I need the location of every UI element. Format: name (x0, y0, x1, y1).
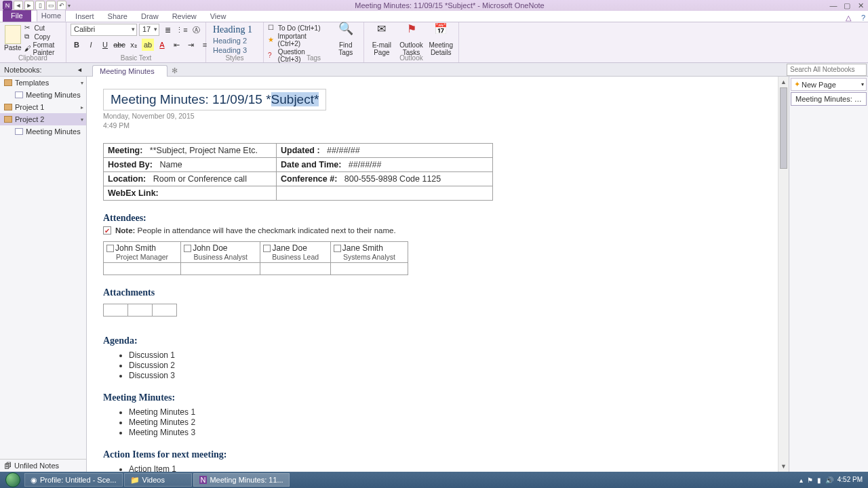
page-title[interactable]: Meeting Minutes: 11/09/15 *Subject* (111, 92, 319, 107)
page-canvas[interactable]: Meeting Minutes: 11/09/15 *Subject* Mond… (87, 77, 789, 472)
tab-home[interactable]: Home (37, 9, 66, 22)
minimize-ribbon-button[interactable]: △ (844, 14, 853, 22)
clock[interactable]: 4:52 PM (837, 476, 863, 483)
tray-sound-icon[interactable]: 🔊 (825, 476, 833, 484)
page-item[interactable]: Meeting Minutes (0, 125, 86, 138)
meeting-info-table[interactable]: Meeting: **Subject, Project Name Etc. Up… (103, 143, 493, 201)
tab-draw[interactable]: Draw (137, 11, 163, 22)
search-box[interactable] (787, 64, 867, 76)
attendee-cell[interactable]: Jane SmithSystems Analyst (330, 242, 408, 263)
tray-network-icon[interactable]: ▮ (817, 476, 821, 484)
tag-important[interactable]: ★Important (Ctrl+2) (268, 33, 329, 47)
search-input[interactable] (787, 64, 867, 76)
strike-button[interactable]: abc (113, 39, 125, 51)
list-item[interactable]: Discussion 2 (129, 361, 772, 370)
list-item[interactable]: Meeting Minutes 2 (129, 418, 772, 427)
undo-button[interactable]: ↶ (57, 1, 66, 10)
tab-share[interactable]: Share (104, 11, 132, 22)
meeting-details-button[interactable]: 📅 Meeting Details (427, 24, 454, 56)
system-tray[interactable]: ▴ ⚑ ▮ 🔊 4:52 PM (800, 476, 865, 484)
window-title: Meeting Minutes: 11/09/15 *Subject* - Mi… (71, 1, 829, 9)
checked-checkbox-icon[interactable]: ✔ (103, 226, 111, 235)
checkbox-icon[interactable] (334, 245, 341, 252)
style-heading2[interactable]: Heading 2 (210, 36, 250, 45)
checkbox-icon[interactable] (263, 245, 271, 252)
tray-up-icon[interactable]: ▴ (800, 476, 803, 484)
attendee-cell[interactable]: John SmithProject Manager (104, 242, 181, 263)
taskbar-item-2[interactable]: NMeeting Minutes: 11... (193, 473, 290, 487)
tray-flag-icon[interactable]: ⚑ (807, 476, 813, 484)
find-tags-button[interactable]: 🔍 Find Tags (332, 24, 359, 56)
bold-button[interactable]: B (71, 39, 83, 51)
scroll-up-arrow[interactable]: ▲ (778, 77, 789, 87)
tab-insert[interactable]: Insert (71, 11, 98, 22)
attendees-table[interactable]: John SmithProject ManagerJohn DoeBusines… (103, 241, 408, 275)
taskbar-item-0[interactable]: ◉Profile: Untitled - Sce... (24, 473, 123, 487)
fullscreen-button[interactable]: ▭ (46, 1, 56, 10)
actions-list[interactable]: Action Item 1Action Item 2Action Item 3 (129, 464, 772, 472)
notebooks-header[interactable]: Notebooks:◄ (0, 66, 87, 74)
forward-button[interactable]: ► (24, 1, 34, 10)
agenda-list[interactable]: Discussion 1Discussion 2Discussion 3 (129, 350, 772, 380)
selected-text[interactable]: Subject* (271, 92, 319, 106)
paste-button[interactable]: Paste (4, 24, 22, 52)
checkbox-icon[interactable] (106, 245, 114, 252)
attendee-cell[interactable]: John DoeBusiness Analyst (181, 242, 260, 263)
notebook-item[interactable]: Project 1 (0, 101, 86, 113)
file-tab[interactable]: File (3, 10, 31, 22)
vertical-scrollbar[interactable]: ▲ ▼ (778, 77, 789, 472)
ribbon: Paste ✂Cut ⧉Copy 🖌Format Painter Clipboa… (0, 22, 868, 63)
clear-formatting-button[interactable]: Ⓐ (190, 24, 202, 36)
font-color-button[interactable]: A (156, 39, 168, 51)
minutes-list[interactable]: Meeting Minutes 1Meeting Minutes 2Meetin… (129, 407, 772, 437)
page-title-container[interactable]: Meeting Minutes: 11/09/15 *Subject* (103, 89, 326, 110)
taskbar-item-1[interactable]: 📁Videos (124, 473, 192, 487)
font-size-combo[interactable]: 17 (139, 24, 159, 36)
indent-button[interactable]: ⇥ (184, 39, 197, 51)
maximize-button[interactable]: ▢ (842, 1, 852, 9)
scroll-thumb[interactable] (780, 87, 787, 169)
numbering-button[interactable]: ⋮≡ (176, 24, 188, 36)
tab-review[interactable]: Review (168, 11, 201, 22)
email-page-button[interactable]: ✉ E-mail Page (368, 24, 395, 56)
underline-button[interactable]: U (99, 39, 111, 51)
magnifier-icon: 🔍 (338, 25, 353, 40)
dock-button[interactable]: ▯ (35, 1, 45, 10)
notebook-item[interactable]: Templates (0, 77, 86, 89)
add-section-button[interactable]: ✻ (169, 66, 181, 77)
section-tab-meeting-minutes[interactable]: Meeting Minutes (92, 65, 167, 77)
start-button[interactable] (3, 472, 23, 488)
scroll-down-arrow[interactable]: ▼ (778, 461, 789, 472)
style-heading1[interactable]: Heading 1 (210, 24, 255, 36)
list-item[interactable]: Discussion 3 (129, 371, 772, 380)
list-item[interactable]: Action Item 1 (129, 464, 772, 472)
subscript-button[interactable]: x₂ (127, 39, 140, 51)
font-name-combo[interactable]: Calibri (71, 24, 137, 36)
outdent-button[interactable]: ⇤ (170, 39, 182, 51)
notebook-item[interactable]: Project 2 (0, 113, 86, 125)
bullets-button[interactable]: ≣ (161, 24, 174, 36)
unfiled-notes-button[interactable]: 🗐 Unfiled Notes (0, 459, 86, 472)
italic-button[interactable]: I (85, 39, 97, 51)
list-item[interactable]: Meeting Minutes 3 (129, 428, 772, 437)
back-button[interactable]: ◄ (14, 1, 23, 10)
close-button[interactable]: ✕ (856, 1, 865, 9)
list-item[interactable]: Meeting Minutes 1 (129, 407, 772, 417)
new-page-button[interactable]: ✦ New Page (791, 78, 867, 91)
copy-button[interactable]: ⧉Copy (24, 33, 62, 41)
highlight-button[interactable]: ab (142, 39, 154, 51)
outlook-tasks-button[interactable]: ⚑ Outlook Tasks (398, 24, 425, 56)
style-heading3[interactable]: Heading 3 (210, 45, 250, 55)
help-button[interactable]: ? (859, 14, 868, 22)
tab-view[interactable]: View (206, 11, 231, 22)
page-item[interactable]: Meeting Minutes (0, 89, 86, 101)
page-list-current[interactable]: Meeting Minutes: 11/09/15 *Su (791, 92, 867, 106)
list-item[interactable]: Discussion 1 (129, 350, 772, 360)
minimize-button[interactable]: — (829, 1, 838, 9)
onenote-icon[interactable]: N (3, 1, 12, 10)
tag-todo[interactable]: ☐To Do (Ctrl+1) (268, 24, 329, 32)
attendee-cell[interactable]: Jane DoeBusiness Lead (260, 242, 330, 263)
checkbox-icon[interactable] (184, 245, 191, 252)
cut-button[interactable]: ✂Cut (24, 24, 62, 32)
attachments-table[interactable] (103, 304, 177, 317)
